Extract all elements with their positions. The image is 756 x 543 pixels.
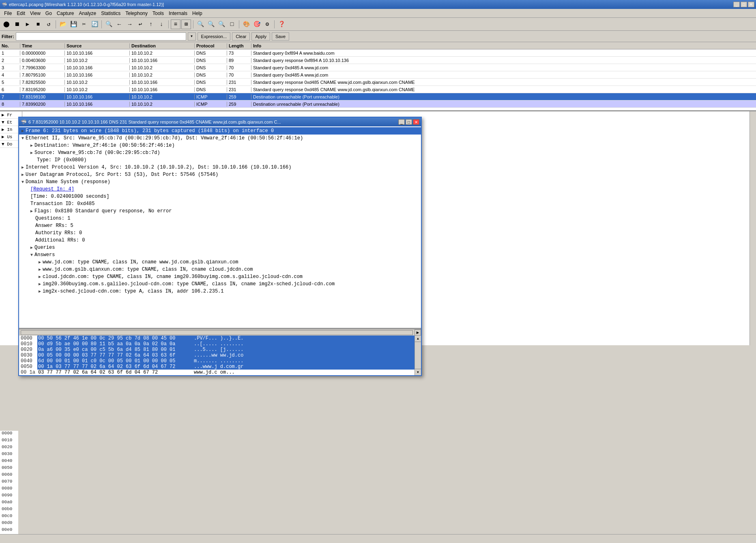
maximize-button[interactable]: □ xyxy=(741,2,747,7)
toolbar-reload-btn[interactable]: ↺ xyxy=(44,19,54,29)
toolbar-jump-btn[interactable]: ↑ xyxy=(146,19,156,29)
toolbar-close-btn[interactable]: ■ xyxy=(33,19,43,29)
expression-button[interactable]: Expression... xyxy=(198,32,231,41)
detail-scrollbar[interactable] xyxy=(750,111,756,345)
tree-row-dst[interactable]: ▶ Destination: Vmware_2f:46:1e (00:50:56… xyxy=(19,142,421,149)
header-protocol: Protocol xyxy=(195,43,227,48)
popup-minimize-btn[interactable]: _ xyxy=(398,119,405,125)
hex-ascii-0030: ......ww ww.jd.co xyxy=(191,353,415,358)
toolbar-help-btn[interactable]: ❓ xyxy=(277,19,286,29)
tree-row-queries[interactable]: ▶ Queries xyxy=(19,244,421,251)
hex-ascii-0050: ...www.j d.com.gr xyxy=(191,364,415,370)
tree-row-frame[interactable]: ▶ Frame 6: 231 bytes on wire (1848 bits)… xyxy=(19,127,421,135)
hex-scroll-down[interactable]: ▼ xyxy=(415,369,421,375)
menu-view[interactable]: View xyxy=(28,10,43,17)
tree-row-answer-5[interactable]: ▶ img2x-sched.jcloud-cdn.com: type A, cl… xyxy=(19,288,421,295)
toolbar-prefs-btn[interactable]: ⚙ xyxy=(262,19,272,29)
toolbar-restart-btn[interactable]: ▶ xyxy=(23,19,32,29)
packet-row-5[interactable]: 5 7.82825500 10.10.10.2 10.10.10.166 DNS… xyxy=(0,79,756,86)
tree-row-src[interactable]: ▶ Source: Vmware_95:cb:7d (00:0c:29:95:c… xyxy=(19,149,421,156)
status-bar xyxy=(0,534,756,543)
addr-00d0-label: 00d0 xyxy=(0,520,18,527)
packet-row-2[interactable]: 2 0.00403600 10.10.10.2 10.10.10.166 DNS… xyxy=(0,57,756,64)
toolbar-down-btn[interactable]: ↓ xyxy=(157,19,166,29)
tree-row-answer-4[interactable]: ▶ img20.360buyimg.com.s.galileo.jcloud-c… xyxy=(19,280,421,288)
toolbar-colorize-btn[interactable]: 🎨 xyxy=(241,19,251,29)
popup-close-btn[interactable]: ✕ xyxy=(413,119,419,125)
menu-internals[interactable]: Internals xyxy=(166,10,190,17)
toolbar-fwd-btn[interactable]: ← xyxy=(114,19,124,29)
tree-row-ip[interactable]: ▶ Internet Protocol Version 4, Src: 10.1… xyxy=(19,164,421,171)
filter-input[interactable] xyxy=(16,32,186,41)
hex-addr-0020: 0020 xyxy=(19,347,37,353)
minimize-button[interactable]: _ xyxy=(733,2,740,7)
toolbar-filter-btn[interactable]: 🎯 xyxy=(252,19,262,29)
hex-bytes-0020: 0a a6 00 35 e0 ca 00 c5 5b 6a d4 85 81 8… xyxy=(37,347,191,353)
filter-dropdown[interactable]: ▼ xyxy=(188,32,196,41)
menu-analyze[interactable]: Analyze xyxy=(77,10,99,17)
tree-row-answer-1[interactable]: ▶ www.jd.com: type CNAME, class IN, cnam… xyxy=(19,259,421,266)
toolbar-detail-btn[interactable]: ⊞ xyxy=(181,19,191,29)
hex-bytes-0050: 00 1a 03 77 77 77 02 6a 64 02 63 6f 6d 0… xyxy=(37,364,191,370)
packet-row-6[interactable]: 6 7.83195200 10.10.10.2 10.10.10.166 DNS… xyxy=(0,86,756,93)
toolbar-back-btn[interactable]: 🔍 xyxy=(104,19,114,29)
apply-button[interactable]: Apply xyxy=(251,32,270,41)
addr-0060-label: 0060 xyxy=(0,472,18,479)
hex-addr-0030: 0030 xyxy=(19,353,37,358)
toolbar-interface-btn[interactable]: ⬤ xyxy=(2,19,11,29)
tree-row-answers[interactable]: ▼ Answers xyxy=(19,251,421,259)
packet-row-7[interactable]: 7 7.83198100 10.10.10.166 10.10.10.2 ICM… xyxy=(0,93,756,100)
toolbar-cut-btn[interactable]: ✂ xyxy=(79,19,89,29)
hex-vscrollbar[interactable]: ▲ ▼ xyxy=(415,336,421,375)
toolbar-save-btn[interactable]: 💾 xyxy=(69,19,78,29)
packet-list: 1 0.00000000 10.10.10.166 10.10.10.2 DNS… xyxy=(0,49,756,110)
menu-edit[interactable]: Edit xyxy=(14,10,28,17)
packet-tree: ▶ Frame 6: 231 bytes on wire (1848 bits)… xyxy=(19,126,421,329)
toolbar-zoom-out-btn[interactable]: 🔍 xyxy=(206,19,216,29)
tree-row-dns[interactable]: ▼ Domain Name System (response) xyxy=(19,178,421,186)
menu-go[interactable]: Go xyxy=(43,10,54,17)
hex-ascii-partial-1: www.jd.c om... xyxy=(191,370,415,375)
clear-button[interactable]: Clear xyxy=(232,32,250,41)
toolbar-zoom-fit-btn[interactable]: 🔍 xyxy=(217,19,226,29)
menu-help[interactable]: Help xyxy=(190,10,205,17)
menu-file[interactable]: File xyxy=(2,10,14,17)
toolbar-next-btn[interactable]: → xyxy=(125,19,135,29)
popup-maximize-btn[interactable]: □ xyxy=(406,119,412,125)
toolbar-open-btn[interactable]: 📂 xyxy=(58,19,68,29)
packet-row-8[interactable]: 8 7.83990200 10.10.10.166 10.10.10.2 ICM… xyxy=(0,100,756,108)
toolbar-prev-btn[interactable]: ↩ xyxy=(135,19,145,29)
tree-row-txid: Transaction ID: 0xd485 xyxy=(19,200,421,207)
toolbar-sep-2 xyxy=(101,20,102,28)
toolbar-refresh-btn[interactable]: 🔄 xyxy=(90,19,99,29)
hscroll-right-btn[interactable]: ▶ xyxy=(415,329,421,336)
menu-telephony[interactable]: Telephony xyxy=(123,10,150,17)
tree-hscrollbar[interactable]: ▶ xyxy=(19,329,421,336)
hex-scroll-up[interactable]: ▲ xyxy=(415,336,421,342)
hex-row-0050: 0050 00 1a 03 77 77 77 02 6a 64 02 63 6f… xyxy=(19,364,415,370)
window-controls[interactable]: _ □ ✕ xyxy=(733,2,754,7)
tree-row-answer-2[interactable]: ▶ www.jd.com.gslb.qianxun.com: type CNAM… xyxy=(19,266,421,273)
addr-0090-label: 0090 xyxy=(0,493,18,500)
menu-capture[interactable]: Capture xyxy=(54,10,77,17)
hex-bytes-0040: 6d 00 00 01 00 01 c0 0c 00 05 00 01 00 0… xyxy=(37,358,191,364)
tree-row-flags[interactable]: ▶ Flags: 0x8180 Standard query response,… xyxy=(19,207,421,215)
save-button[interactable]: Save xyxy=(272,32,289,41)
menu-tools[interactable]: Tools xyxy=(150,10,166,17)
toolbar-list-btn[interactable]: ≡ xyxy=(171,19,180,29)
packet-row-1[interactable]: 1 0.00000000 10.10.10.166 10.10.10.2 DNS… xyxy=(0,49,756,57)
tree-row-request-in[interactable]: [Request In: 4] xyxy=(19,186,421,193)
close-button[interactable]: ✕ xyxy=(748,2,754,7)
tree-row-ethernet[interactable]: ▼ Ethernet II, Src: Vmware_95:cb:7d (00:… xyxy=(19,135,421,142)
packet-row-4[interactable]: 4 7.80795100 10.10.10.166 10.10.10.2 DNS… xyxy=(0,71,756,79)
toolbar-sep-5 xyxy=(239,20,239,28)
toolbar-zoom-reset-btn[interactable]: □ xyxy=(227,19,237,29)
tree-row-udp[interactable]: ▶ User Datagram Protocol, Src Port: 53 (… xyxy=(19,171,421,178)
tree-row-answer-3[interactable]: ▶ cloud.jdcdn.com: type CNAME, class IN,… xyxy=(19,273,421,280)
addr-00e0-label: 00e0 xyxy=(0,527,18,534)
menu-statistics[interactable]: Statistics xyxy=(99,10,123,17)
tree-row-type: Type: IP (0x0800) xyxy=(19,156,421,164)
toolbar-zoom-in-btn[interactable]: 🔍 xyxy=(195,19,205,29)
toolbar-stop-btn[interactable]: ⏹ xyxy=(12,19,22,29)
packet-row-3[interactable]: 3 7.79963300 10.10.10.166 10.10.10.2 DNS… xyxy=(0,64,756,71)
